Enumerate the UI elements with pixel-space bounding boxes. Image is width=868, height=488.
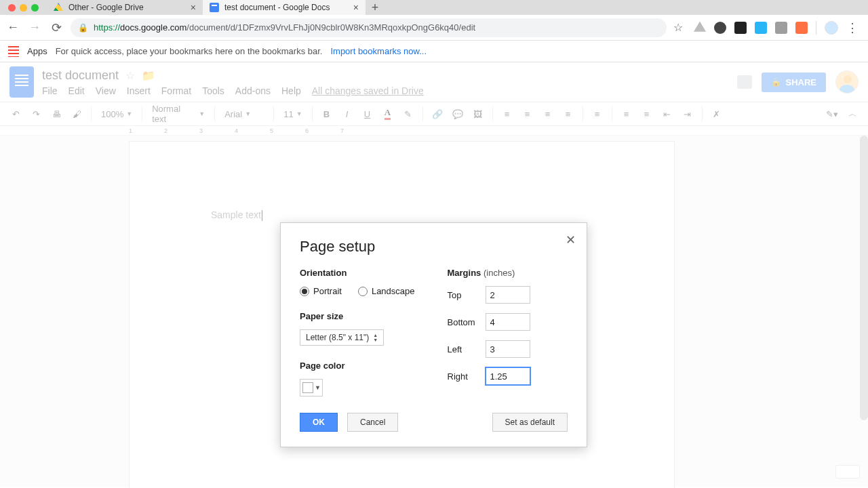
chevron-down-icon: ▼ xyxy=(313,384,322,391)
apps-label[interactable]: Apps xyxy=(27,46,47,56)
back-button[interactable]: ← xyxy=(5,20,20,35)
tab-docs[interactable]: test document - Google Docs × xyxy=(203,0,366,15)
tab-title: Other - Google Drive xyxy=(68,3,185,12)
margin-bottom-label: Bottom xyxy=(448,317,486,327)
lock-icon: 🔒 xyxy=(78,23,88,33)
cancel-button[interactable]: Cancel xyxy=(347,413,398,432)
margin-left-input[interactable] xyxy=(486,340,530,358)
orientation-landscape-radio[interactable]: Landscape xyxy=(358,286,415,296)
minimize-window[interactable] xyxy=(20,4,27,12)
margins-label: Margins (inches) xyxy=(448,268,568,278)
radio-label: Portrait xyxy=(313,286,342,296)
url-path: /document/d/1DFzmx9VrvLFhJj0N9cblr0W8Kn3… xyxy=(186,22,475,33)
extension-drive-icon[interactable] xyxy=(694,22,706,34)
margin-top-input[interactable] xyxy=(486,286,530,304)
page-color-label: Page color xyxy=(300,361,420,371)
tab-drive[interactable]: Other - Google Drive × xyxy=(47,0,203,15)
dialog-title: Page setup xyxy=(300,238,568,256)
bookmark-star-icon[interactable]: ☆ xyxy=(673,21,683,34)
reload-button[interactable]: ⟳ xyxy=(49,20,64,35)
paper-size-value: Letter (8.5" x 11") xyxy=(306,333,369,342)
browser-toolbar: ← → ⟳ 🔒 https://docs.google.com/document… xyxy=(0,15,868,41)
color-swatch-icon xyxy=(302,382,313,393)
paper-size-label: Paper size xyxy=(300,311,420,321)
page-color-picker[interactable]: ▼ xyxy=(300,379,323,396)
drive-favicon xyxy=(54,3,63,12)
zoom-window[interactable] xyxy=(31,4,39,12)
dialog-close-button[interactable]: ✕ xyxy=(566,232,576,247)
url-host: docs.google.com xyxy=(120,22,186,33)
new-tab-button[interactable]: + xyxy=(366,0,384,15)
extension-buffer-icon[interactable] xyxy=(734,22,747,34)
radio-icon xyxy=(300,287,309,296)
url-protocol: https:// xyxy=(94,22,120,33)
margin-top-label: Top xyxy=(448,290,486,300)
radio-label: Landscape xyxy=(372,286,415,296)
close-window[interactable] xyxy=(8,4,16,12)
orientation-portrait-radio[interactable]: Portrait xyxy=(300,286,342,296)
select-arrows-icon: ▲▼ xyxy=(373,333,378,342)
tab-strip: Other - Google Drive × test document - G… xyxy=(0,0,868,15)
bookmarks-message: For quick access, place your bookmarks h… xyxy=(56,46,323,56)
tab-close-icon[interactable]: × xyxy=(353,3,359,12)
orientation-label: Orientation xyxy=(300,268,420,278)
margin-right-input[interactable] xyxy=(486,367,530,385)
profile-avatar-icon[interactable] xyxy=(825,21,838,35)
extension-iq-icon[interactable] xyxy=(755,22,767,34)
ok-button[interactable]: OK xyxy=(300,413,338,432)
paper-size-select[interactable]: Letter (8.5" x 11") ▲▼ xyxy=(300,329,384,346)
margin-bottom-input[interactable] xyxy=(486,313,530,331)
margin-left-label: Left xyxy=(448,344,486,354)
extension-box-icon[interactable] xyxy=(775,22,787,34)
set-default-button[interactable]: Set as default xyxy=(492,413,568,432)
page-setup-dialog: ✕ Page setup Orientation Portrait Landsc… xyxy=(280,222,587,447)
forward-button[interactable]: → xyxy=(27,20,42,35)
bookmarks-bar: Apps For quick access, place your bookma… xyxy=(0,41,868,62)
extension-pinterest-icon[interactable] xyxy=(714,22,726,34)
docs-favicon xyxy=(210,3,219,12)
margin-right-label: Right xyxy=(448,371,486,382)
tab-title: test document - Google Docs xyxy=(224,3,348,12)
extension-orange-icon[interactable] xyxy=(795,22,808,34)
window-controls xyxy=(0,0,47,15)
address-bar[interactable]: 🔒 https://docs.google.com/document/d/1DF… xyxy=(71,18,667,37)
apps-grid-icon[interactable] xyxy=(8,46,19,57)
import-bookmarks-link[interactable]: Import bookmarks now... xyxy=(330,46,427,56)
browser-menu-icon[interactable]: ⋮ xyxy=(846,20,859,35)
radio-icon xyxy=(358,287,368,296)
tab-close-icon[interactable]: × xyxy=(191,3,196,12)
